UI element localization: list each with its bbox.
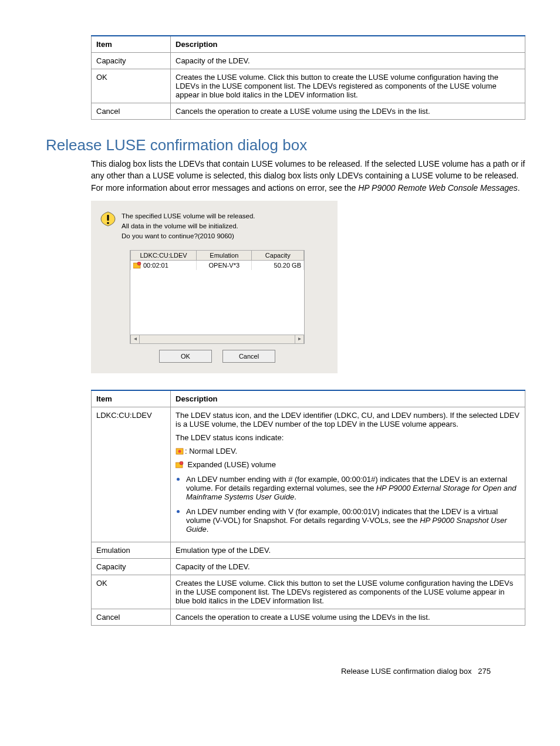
cell-item: Cancel — [92, 609, 171, 625]
th-description: Description — [171, 390, 525, 407]
cell-desc: Emulation type of the LDEV. — [171, 542, 525, 558]
section-heading: Release LUSE confirmation dialog box — [35, 136, 525, 154]
dlg-cell-ldev: 00:02:01 — [131, 260, 197, 270]
dlg-th-emulation: Emulation — [197, 251, 252, 261]
cell-item: OK — [92, 575, 171, 609]
svg-rect-0 — [107, 215, 109, 221]
icon-label: Expanded (LUSE) volume — [185, 460, 276, 469]
cell-item: Capacity — [92, 558, 171, 575]
luse-volume-icon — [176, 461, 184, 468]
table-row: Cancel Cancels the operation to create a… — [92, 103, 525, 120]
normal-ldev-icon — [176, 448, 184, 455]
cell-item: Emulation — [92, 542, 171, 558]
dialog-message-line: The specified LUSE volume will be releas… — [122, 211, 255, 221]
svg-point-1 — [107, 222, 109, 224]
table-item-description-2: Item Description LDKC:CU:LDEV The LDEV s… — [91, 390, 525, 626]
desc-paragraph: The LDEV status icon, and the LDEV ident… — [176, 411, 520, 428]
table-row: OK Creates the LUSE volume. Click this b… — [92, 69, 525, 103]
dialog-message-line: Do you want to continue?(2010 9060) — [122, 231, 255, 241]
scroll-left-icon[interactable]: ◂ — [130, 335, 140, 343]
page-footer: Release LUSE confirmation dialog box 275 — [35, 667, 525, 676]
release-luse-dialog: The specified LUSE volume will be releas… — [91, 201, 338, 373]
dlg-cell-capacity: 50.20 GB — [252, 260, 304, 270]
page-number: 275 — [478, 667, 491, 676]
svg-point-5 — [178, 450, 181, 453]
dialog-message: The specified LUSE volume will be releas… — [122, 211, 255, 242]
warning-icon — [100, 211, 116, 227]
th-item: Item — [92, 36, 171, 53]
th-description: Description — [171, 36, 525, 53]
cell-desc: Cancels the operation to create a LUSE v… — [171, 609, 525, 625]
cell-desc: The LDEV status icon, and the LDEV ident… — [171, 407, 525, 542]
cancel-button[interactable]: Cancel — [222, 350, 275, 363]
footer-title: Release LUSE confirmation dialog box — [341, 667, 472, 676]
luse-volume-icon — [133, 262, 141, 269]
icon-label: : Normal LDEV. — [185, 447, 237, 455]
cell-item: LDKC:CU:LDEV — [92, 407, 171, 542]
ok-button[interactable]: OK — [159, 350, 212, 363]
table-row: LDKC:CU:LDEV The LDEV status icon, and t… — [92, 407, 525, 542]
table-row: OK Creates the LUSE volume. Click this b… — [92, 575, 525, 609]
cell-desc: Cancels the operation to create a LUSE v… — [171, 103, 525, 120]
svg-point-3 — [137, 262, 141, 265]
list-item: An LDEV number ending with V (for exampl… — [186, 506, 520, 534]
list-item: An LDEV number ending with # (for exampl… — [186, 474, 520, 501]
dialog-ldev-table: LDKC:CU:LDEV Emulation Capacity 00:02:01… — [130, 250, 305, 335]
cell-desc: Creates the LUSE volume. Click this butt… — [171, 69, 525, 103]
table-row: Emulation Emulation type of the LDEV. — [92, 542, 525, 558]
dlg-th-capacity: Capacity — [252, 251, 304, 261]
cell-desc: Creates the LUSE volume. Click this butt… — [171, 575, 525, 609]
dialog-message-line: All data in the volume will be initializ… — [122, 221, 255, 231]
table-row: Capacity Capacity of the LDEV. — [92, 558, 525, 575]
dialog-scrollbar[interactable]: ◂ ▸ — [130, 335, 305, 344]
table-row: Capacity Capacity of the LDEV. — [92, 53, 525, 69]
th-item: Item — [92, 390, 171, 407]
reference-title: HP P9000 Remote Web Console Messages — [358, 183, 518, 193]
cell-desc: Capacity of the LDEV. — [171, 53, 525, 69]
cell-item: Cancel — [92, 103, 171, 120]
table-row[interactable]: 00:02:01 OPEN-V*3 50.20 GB — [131, 260, 304, 270]
table-item-description-1: Item Description Capacity Capacity of th… — [91, 35, 525, 120]
cell-item: OK — [92, 69, 171, 103]
section-intro-paragraph: This dialog box lists the LDEVs that con… — [91, 158, 525, 194]
dlg-th-ldkc: LDKC:CU:LDEV — [131, 251, 197, 261]
table-row: Cancel Cancels the operation to create a… — [92, 609, 525, 625]
desc-paragraph: The LDEV status icons indicate: — [176, 433, 520, 442]
dlg-cell-emulation: OPEN-V*3 — [197, 260, 252, 270]
svg-point-7 — [180, 461, 183, 465]
paragraph-end: . — [518, 183, 520, 193]
cell-desc: Capacity of the LDEV. — [171, 558, 525, 575]
cell-item: Capacity — [92, 53, 171, 69]
scroll-right-icon[interactable]: ▸ — [295, 335, 304, 343]
